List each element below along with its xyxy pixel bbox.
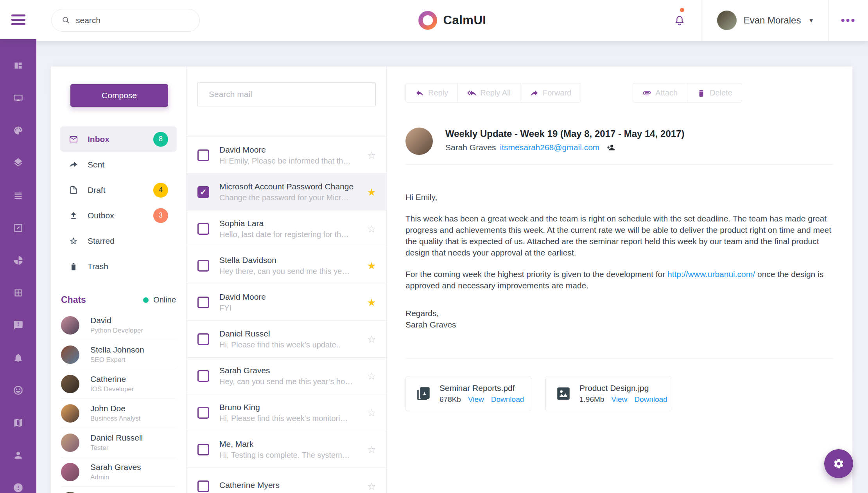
nav-pie-chart[interactable] xyxy=(0,244,36,277)
attachment-view-link[interactable]: View xyxy=(468,395,484,404)
star-icon[interactable] xyxy=(367,296,376,308)
attachment-view-link[interactable]: View xyxy=(611,395,627,404)
attach-button[interactable]: Attach xyxy=(633,83,687,103)
chat-list-item[interactable]: John Doe Business Analyst xyxy=(61,399,176,428)
mail-search-input[interactable] xyxy=(197,82,376,106)
attachment-card-pdf[interactable]: Seminar Reports.pdf 678Kb View Download xyxy=(405,376,531,411)
person-icon xyxy=(13,450,23,461)
chat-list-item[interactable]: Stella Johnson SEO Expert xyxy=(61,340,176,369)
mail-checkbox[interactable] xyxy=(197,297,209,308)
outbox-icon xyxy=(69,211,78,220)
mail-list-item[interactable]: Catherine Myers xyxy=(187,468,386,493)
star-icon[interactable] xyxy=(367,259,376,272)
map-icon xyxy=(13,417,23,428)
folder-trash[interactable]: Trash xyxy=(60,254,177,279)
chat-name: Stella Johnson xyxy=(90,345,144,354)
mail-list-item[interactable]: Sophia Lara Hello, last date for registe… xyxy=(187,211,386,247)
reply-button[interactable]: Reply xyxy=(405,83,458,103)
settings-fab-button[interactable] xyxy=(824,449,853,478)
reply-all-button[interactable]: Reply All xyxy=(457,83,520,103)
body-url-link[interactable]: http://www.urbanui.com/ xyxy=(667,270,755,279)
attachment-download-link[interactable]: Download xyxy=(634,395,667,404)
nav-map[interactable] xyxy=(0,407,36,439)
user-menu[interactable]: Evan Morales ▾ xyxy=(701,0,829,41)
mail-checkbox[interactable] xyxy=(197,333,209,345)
delete-button[interactable]: Delete xyxy=(687,83,742,103)
star-icon[interactable] xyxy=(367,186,376,198)
nav-person[interactable] xyxy=(0,439,36,471)
person-add-icon[interactable] xyxy=(603,143,615,152)
mail-snippet: Hi Emily, Please be informed that th… xyxy=(219,157,351,166)
mail-snippet: Hi, Please find this week’s update.. xyxy=(219,340,341,349)
mail-list-item[interactable]: Microsoft Account Password Change Change… xyxy=(187,174,386,211)
attachment-card-image[interactable]: Product Design.jpg 1.96Mb View Download xyxy=(545,376,671,411)
mail-list-item[interactable]: David Moore FYI xyxy=(187,284,386,321)
nav-bell[interactable] xyxy=(0,342,36,374)
mail-list-item[interactable]: Bruno King Hi, Please find this week’s m… xyxy=(187,394,386,431)
body-paragraph: This week has been a great week and the … xyxy=(405,213,834,258)
mail-sidebar: Compose Inbox 8 Sent Draft 4 Outbox 3 xyxy=(51,67,187,493)
search-input[interactable] xyxy=(76,16,189,25)
mail-checkbox[interactable] xyxy=(197,260,209,272)
mail-checkbox[interactable] xyxy=(197,186,209,198)
star-icon[interactable] xyxy=(367,480,376,492)
chat-list-item[interactable]: Sarah Graves Admin xyxy=(61,457,176,487)
star-icon[interactable] xyxy=(367,149,376,161)
nav-layers[interactable] xyxy=(0,147,36,179)
star-icon[interactable] xyxy=(367,370,376,382)
mail-list-item[interactable]: Me, Mark Hi, Testing is complete. The sy… xyxy=(187,431,386,468)
reading-pane: Reply Reply All Forward Attach xyxy=(387,67,852,493)
chat-list-item[interactable]: Catherine IOS Developer xyxy=(61,369,176,399)
mail-checkbox[interactable] xyxy=(197,223,209,235)
online-status-label: Online xyxy=(153,295,176,304)
nav-edit[interactable] xyxy=(0,212,36,244)
chat-role: Tester xyxy=(90,444,143,452)
mail-checkbox[interactable] xyxy=(197,407,209,419)
mail-list-item[interactable]: Stella Davidson Hey there, can you send … xyxy=(187,247,386,284)
mail-list-item[interactable]: Sarah Graves Hey, can you send me this y… xyxy=(187,358,386,394)
nav-palette[interactable] xyxy=(0,114,36,147)
folder-outbox[interactable]: Outbox 3 xyxy=(60,203,177,228)
mail-list-item[interactable]: David Moore Hi Emily, Please be informed… xyxy=(187,137,386,174)
nav-screen-share[interactable] xyxy=(0,82,36,114)
mail-checkbox[interactable] xyxy=(197,480,209,492)
global-search[interactable] xyxy=(51,9,200,32)
reply-label: Reply xyxy=(428,88,448,97)
attachment-download-link[interactable]: Download xyxy=(491,395,524,404)
nav-smiley[interactable] xyxy=(0,374,36,407)
folder-draft[interactable]: Draft 4 xyxy=(60,177,177,203)
star-icon[interactable] xyxy=(367,407,376,419)
forward-button[interactable]: Forward xyxy=(520,83,581,103)
sender-email-link[interactable]: itsmesarah268@gmail.com xyxy=(500,143,600,152)
nav-grid[interactable] xyxy=(0,277,36,309)
compose-button[interactable]: Compose xyxy=(70,84,168,107)
nav-dashboard[interactable] xyxy=(0,49,36,82)
folder-inbox[interactable]: Inbox 8 xyxy=(60,126,177,152)
mail-checkbox[interactable] xyxy=(197,370,209,382)
notifications-button[interactable] xyxy=(658,0,701,41)
menu-toggle-button[interactable] xyxy=(0,0,36,41)
nav-list[interactable] xyxy=(0,179,36,212)
mail-snippet: Hey there, can you send me this ye… xyxy=(219,267,350,276)
star-icon[interactable] xyxy=(367,333,376,345)
chat-list-item[interactable]: Sophia Lara xyxy=(61,487,176,493)
mail-sender: Stella Davidson xyxy=(219,255,350,265)
star-icon[interactable] xyxy=(367,223,376,235)
chat-list-item[interactable]: David Python Developer xyxy=(61,311,176,340)
chat-list-item[interactable]: Daniel Russell Tester xyxy=(61,428,176,457)
star-icon[interactable] xyxy=(367,443,376,455)
sent-icon xyxy=(69,160,78,169)
folder-starred[interactable]: Starred xyxy=(60,228,177,254)
email-header: Weekly Update - Week 19 (May 8, 2017 - M… xyxy=(405,128,834,155)
mail-list-item[interactable]: Daniel Russel Hi, Please find this week’… xyxy=(187,321,386,358)
mail-checkbox[interactable] xyxy=(197,444,209,455)
mail-icon xyxy=(69,135,78,144)
folder-label: Outbox xyxy=(88,211,114,220)
folder-sent[interactable]: Sent xyxy=(60,152,177,177)
nav-alert[interactable] xyxy=(0,471,36,493)
more-options-button[interactable] xyxy=(829,0,868,41)
nav-comment[interactable] xyxy=(0,309,36,342)
email-subject: Weekly Update - Week 19 (May 8, 2017 - M… xyxy=(445,128,684,139)
mail-checkbox[interactable] xyxy=(197,149,209,161)
star-outline-icon xyxy=(69,236,78,246)
